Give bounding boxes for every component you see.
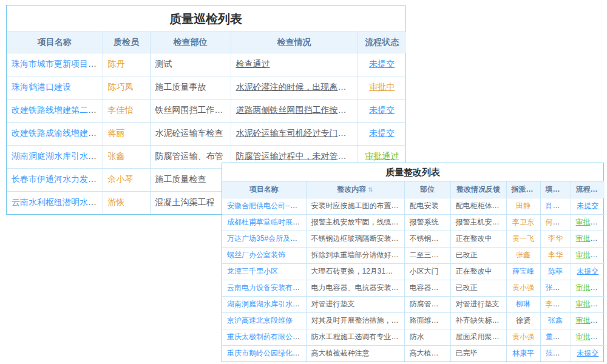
assignee-cell: 林康平 bbox=[506, 345, 540, 362]
part-cell: 防腐管运输、布管 bbox=[150, 145, 231, 168]
assignee-name[interactable]: 黄小强 bbox=[512, 332, 534, 341]
reporter-name[interactable]: 何芷萌 bbox=[546, 218, 568, 226]
status-badge[interactable]: 审批通过 bbox=[576, 332, 605, 341]
rectify-part: 防水 bbox=[410, 332, 424, 341]
part-cell: 混凝土沟渠工程 bbox=[150, 191, 231, 214]
project-link[interactable]: 成都杜甫草堂临时展厅独立展... bbox=[227, 218, 306, 226]
status-badge[interactable]: 审批通过 bbox=[576, 300, 605, 308]
check-part: 铁丝网围挡工作检查 bbox=[155, 105, 231, 115]
inspector-cell: 余小琴 bbox=[103, 168, 150, 191]
project-link[interactable]: 云南电力设备安装有限公司20... bbox=[227, 283, 306, 292]
part-cell: 电容器安装... bbox=[404, 280, 450, 296]
inspector-name[interactable]: 蒋丽 bbox=[108, 128, 125, 138]
project-cell: 万达广场35#会所及咖啡厅空... bbox=[222, 231, 306, 247]
assignee-cell: 柳琳 bbox=[506, 296, 540, 312]
status-badge[interactable]: 未提交 bbox=[577, 349, 599, 357]
assignee-name[interactable]: 柳琳 bbox=[516, 300, 531, 308]
situation-cell: 水泥砼灌注的时候，出现离析现象 bbox=[231, 76, 358, 99]
project-link[interactable]: 云南水利枢纽潜明水库... bbox=[12, 197, 103, 207]
project-link[interactable]: 螺丝厂办公室装饰 bbox=[227, 251, 285, 259]
status-badge[interactable]: 审批通过 bbox=[576, 218, 605, 226]
assignee-name[interactable]: 李卫东 bbox=[512, 218, 534, 226]
reporter-name[interactable]: 李华 bbox=[548, 234, 563, 243]
status-badge[interactable]: 审批通过 bbox=[576, 251, 605, 259]
rectify-feedback: 正在整改中 bbox=[456, 234, 492, 243]
inspector-cell: 陈巧凤 bbox=[103, 76, 150, 99]
assignee-name[interactable]: 徐贤 bbox=[516, 316, 531, 325]
project-link[interactable]: 重庆市鹅岭公园绿化景观提升... bbox=[227, 349, 306, 357]
reporter-name[interactable]: 张鑫 bbox=[548, 316, 563, 325]
table-row: 安徽合肥供电公司--配电设备... 安装时应按施工图的布置，将... 配电安装 … bbox=[222, 198, 605, 214]
assignee-name[interactable]: 薛宝峰 bbox=[512, 267, 534, 275]
reporter-name[interactable]: 董清平 bbox=[546, 332, 568, 341]
table-row: 龙潭三千里小区 大理石砖更换，12月31日之... 小区大门 正在整改中 薛宝峰… bbox=[222, 263, 605, 280]
rectify-content: 对其及时开展整治措施，桥头... bbox=[311, 316, 405, 325]
feedback-cell: 补齐缺失标志... bbox=[450, 312, 506, 329]
project-link[interactable]: 湖南洞庭湖水库引水工程施工1标 bbox=[227, 300, 306, 308]
status-badge[interactable]: 未提交 bbox=[577, 267, 599, 275]
project-cell: 长春市伊通河水力发电... bbox=[7, 168, 103, 191]
inspector-name[interactable]: 李佳怡 bbox=[108, 105, 134, 115]
part-cell: 施工质量事故 bbox=[150, 76, 231, 99]
rectification-col-reporter: 填报人 bbox=[540, 181, 571, 198]
inspector-name[interactable]: 陈丹 bbox=[108, 59, 125, 69]
reporter-name[interactable]: 张小东 bbox=[546, 283, 568, 292]
table-row: 云南电力设备安装有限公司20... 电力电容器、电抗器安装方案... 电容器安装… bbox=[222, 280, 605, 296]
sort-icon[interactable]: ⇅ bbox=[368, 186, 373, 193]
project-cell: 改建铁路线增建第二线... bbox=[7, 99, 103, 122]
status-badge[interactable]: 审批通过 bbox=[576, 283, 605, 292]
inspector-name[interactable]: 张鑫 bbox=[108, 151, 125, 161]
status-badge[interactable]: 未提交 bbox=[369, 105, 395, 115]
content-cell: 报警主机安放牢固，线缆连接... bbox=[306, 214, 404, 231]
part-cell: 二至三楼混... bbox=[404, 247, 450, 263]
assignee-name[interactable]: 黄一飞 bbox=[512, 234, 534, 243]
reporter-name[interactable]: 陈菲 bbox=[548, 267, 563, 275]
reporter-name[interactable]: 李华 bbox=[548, 251, 563, 259]
check-part: 防腐管运输、布管 bbox=[155, 151, 223, 161]
project-link[interactable]: 重庆太极制药有限公司亳州中... bbox=[227, 332, 306, 341]
project-link[interactable]: 京沪高速北京段维修 bbox=[227, 316, 293, 325]
reporter-name[interactable]: 肖亚军 bbox=[546, 201, 568, 210]
project-link[interactable]: 改建铁路线增建第二线... bbox=[12, 105, 103, 115]
table-row: 成都杜甫草堂临时展厅独立展... 报警主机安放牢固，线缆连接... 报警系统 报… bbox=[222, 214, 605, 231]
project-cell: 珠海市城市更新项目紫... bbox=[7, 53, 103, 76]
feedback-cell: 配电柜柜体与... bbox=[450, 198, 506, 214]
status-badge[interactable]: 未提交 bbox=[369, 128, 395, 138]
assignee-name[interactable]: 张鑫 bbox=[516, 251, 531, 259]
status-badge[interactable]: 审批通过 bbox=[365, 151, 399, 161]
content-cell: 对其及时开展整治措施，桥头... bbox=[306, 312, 404, 329]
project-link[interactable]: 湖南洞庭湖水库引水工... bbox=[12, 151, 103, 161]
status-badge[interactable]: 未提交 bbox=[577, 201, 599, 210]
assignee-name[interactable]: 田静 bbox=[516, 201, 531, 210]
rectification-col-content[interactable]: 整改内容⇅ bbox=[306, 181, 404, 198]
reporter-name[interactable]: 李若若 bbox=[546, 300, 568, 308]
project-link[interactable]: 长春市伊通河水力发电... bbox=[12, 174, 103, 184]
project-link[interactable]: 改建铁路成渝线增建第... bbox=[12, 128, 103, 138]
reporter-cell: 董清平 bbox=[540, 329, 571, 345]
feedback-cell: 正在整改中 bbox=[450, 263, 506, 280]
part-cell: 配电安装 bbox=[404, 198, 450, 214]
inspector-name[interactable]: 游恢 bbox=[108, 197, 125, 207]
status-badge[interactable]: 审批中 bbox=[369, 82, 395, 92]
project-link[interactable]: 珠海鹤港口建设 bbox=[12, 82, 71, 92]
status-badge[interactable]: 审批通过 bbox=[576, 234, 605, 243]
part-cell: 路面维修检... bbox=[404, 312, 450, 329]
rectify-feedback: 对管进行垫支 bbox=[456, 300, 500, 308]
project-link[interactable]: 龙潭三千里小区 bbox=[227, 267, 278, 275]
assignee-name[interactable]: 林康平 bbox=[512, 349, 534, 357]
project-link[interactable]: 珠海市城市更新项目紫... bbox=[12, 59, 103, 69]
reporter-name[interactable]: 范思哲 bbox=[546, 349, 568, 357]
inspector-name[interactable]: 陈巧凤 bbox=[108, 82, 134, 92]
status-cell: 未提交 bbox=[571, 345, 605, 362]
rectify-content: 拆除到承重墙部分请做好加固... bbox=[311, 251, 405, 259]
status-badge[interactable]: 审批通过 bbox=[576, 316, 605, 325]
situation-cell: 检查通过 bbox=[231, 53, 358, 76]
status-badge[interactable]: 未提交 bbox=[369, 59, 395, 69]
table-row: 湖南洞庭湖水库引水工程施工1标 对管进行垫支 防腐管运输... 对管进行垫支 柳… bbox=[222, 296, 605, 312]
rectify-content: 不锈钢边框玻璃隔断安装不牢... bbox=[311, 234, 405, 243]
assignee-name[interactable]: 黄小强 bbox=[512, 283, 534, 292]
inspector-name[interactable]: 余小琴 bbox=[108, 174, 134, 184]
inspection-col-part: 检查部位 bbox=[150, 32, 231, 53]
project-link[interactable]: 万达广场35#会所及咖啡厅空... bbox=[227, 234, 306, 243]
project-link[interactable]: 安徽合肥供电公司--配电设备... bbox=[227, 201, 306, 210]
